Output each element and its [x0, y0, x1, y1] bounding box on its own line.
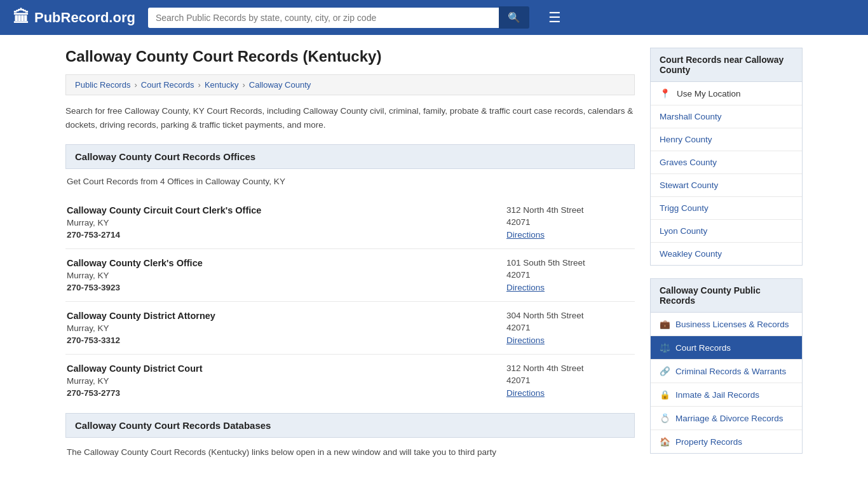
record-label: Marriage & Divorce Records [675, 414, 783, 423]
record-icon: 💼 [660, 319, 670, 329]
office-right: 312 North 4th Street 42071 Directions [506, 363, 634, 398]
sidebar: Court Records near Calloway County 📍 Use… [650, 48, 803, 459]
office-left: Calloway County Circuit Court Clerk's Of… [67, 205, 261, 240]
office-city: Murray, KY [67, 376, 203, 386]
record-label: Inmate & Jail Records [675, 390, 759, 400]
logo[interactable]: 🏛 PubRecord.org [13, 8, 135, 27]
record-icon: 🔗 [660, 366, 670, 376]
record-label: Property Records [675, 437, 742, 447]
public-record-link[interactable]: 💍 Marriage & Divorce Records [651, 407, 802, 430]
use-location-label: Use My Location [677, 89, 741, 98]
public-record-link[interactable]: 🔗 Criminal Records & Warrants [651, 360, 802, 383]
search-button[interactable]: 🔍 [499, 6, 529, 29]
public-record-item[interactable]: 🔗 Criminal Records & Warrants [651, 360, 802, 383]
nearby-title: Court Records near Calloway County [650, 48, 803, 82]
nearby-county-item[interactable]: Marshall County [651, 105, 802, 128]
breadcrumb-calloway-county[interactable]: Calloway County [249, 80, 311, 90]
office-name: Calloway County Clerk's Office [67, 258, 203, 268]
breadcrumb-kentucky[interactable]: Kentucky [205, 80, 238, 90]
public-record-item[interactable]: 🏠 Property Records [651, 430, 802, 453]
use-location-item[interactable]: 📍 Use My Location [651, 82, 802, 105]
office-city: Murray, KY [67, 218, 261, 227]
public-record-item[interactable]: 💼 Business Licenses & Records [651, 313, 802, 336]
intro-text: Search for free Calloway County, KY Cour… [65, 104, 635, 132]
use-location-link[interactable]: 📍 Use My Location [651, 82, 802, 105]
breadcrumb-sep-1: › [134, 80, 137, 90]
breadcrumb-sep-2: › [198, 80, 201, 90]
nearby-county-item[interactable]: Lyon County [651, 220, 802, 243]
record-icon: 🔒 [660, 390, 670, 400]
nearby-county-item[interactable]: Weakley County [651, 243, 802, 265]
nearby-county-link[interactable]: Graves County [651, 151, 802, 173]
search-input[interactable] [148, 8, 499, 28]
location-pin-icon: 📍 [660, 88, 670, 98]
directions-link[interactable]: Directions [506, 230, 545, 240]
office-left: Calloway County District Court Murray, K… [67, 363, 203, 398]
office-phone: 270-753-3312 [67, 336, 215, 345]
directions-link[interactable]: Directions [506, 283, 545, 292]
office-left: Calloway County Clerk's Office Murray, K… [67, 258, 203, 292]
office-entry: Calloway County District Court Murray, K… [65, 355, 635, 407]
record-icon: ⚖️ [660, 342, 670, 353]
nearby-county-item[interactable]: Graves County [651, 151, 802, 174]
breadcrumb: Public Records › Court Records › Kentuck… [65, 74, 635, 95]
nearby-county-link[interactable]: Weakley County [651, 243, 802, 265]
directions-link[interactable]: Directions [506, 388, 545, 398]
office-address: 101 South 5th Street [506, 258, 634, 268]
offices-section-header: Calloway County Court Records Offices [65, 144, 635, 169]
databases-section-header: Calloway County Court Records Databases [65, 413, 635, 438]
record-label: Court Records [675, 343, 731, 353]
nearby-county-link[interactable]: Marshall County [651, 105, 802, 128]
office-city: Murray, KY [67, 271, 203, 280]
offices-list: Calloway County Circuit Court Clerk's Of… [65, 196, 635, 407]
search-icon: 🔍 [508, 12, 520, 23]
record-label: Business Licenses & Records [675, 320, 789, 329]
nearby-county-link[interactable]: Stewart County [651, 174, 802, 196]
office-entry: Calloway County Clerk's Office Murray, K… [65, 249, 635, 302]
office-name: Calloway County District Attorney [67, 311, 215, 321]
breadcrumb-public-records[interactable]: Public Records [75, 80, 130, 90]
office-address: 312 North 4th Street [506, 205, 634, 215]
public-record-link[interactable]: 💼 Business Licenses & Records [651, 313, 802, 336]
office-right: 312 North 4th Street 42071 Directions [506, 205, 634, 240]
public-record-link[interactable]: ⚖️ Court Records [651, 336, 802, 359]
nearby-county-link[interactable]: Trigg County [651, 197, 802, 219]
logo-text: PubRecord.org [34, 10, 135, 26]
search-area: 🔍 [148, 6, 529, 29]
office-phone: 270-753-2773 [67, 388, 203, 398]
office-zip: 42071 [506, 323, 634, 332]
nearby-county-link[interactable]: Henry County [651, 128, 802, 151]
public-record-link[interactable]: 🏠 Property Records [651, 430, 802, 453]
public-record-link[interactable]: 🔒 Inmate & Jail Records [651, 383, 802, 406]
nearby-counties-list: 📍 Use My Location Marshall CountyHenry C… [650, 82, 803, 266]
public-record-item[interactable]: ⚖️ Court Records [651, 336, 802, 360]
breadcrumb-sep-3: › [242, 80, 245, 90]
public-record-item[interactable]: 🔒 Inmate & Jail Records [651, 383, 802, 407]
office-zip: 42071 [506, 217, 634, 227]
menu-icon: ☰ [548, 10, 561, 25]
office-zip: 42071 [506, 376, 634, 385]
page-title: Calloway County Court Records (Kentucky) [65, 48, 635, 65]
breadcrumb-court-records[interactable]: Court Records [141, 80, 194, 90]
office-phone: 270-753-2714 [67, 230, 261, 240]
nearby-county-item[interactable]: Stewart County [651, 174, 802, 197]
record-label: Criminal Records & Warrants [675, 367, 786, 376]
logo-icon: 🏛 [13, 8, 29, 27]
menu-button[interactable]: ☰ [548, 10, 561, 26]
office-entry: Calloway County District Attorney Murray… [65, 302, 635, 355]
office-name: Calloway County Circuit Court Clerk's Of… [67, 205, 261, 215]
offices-count: Get Court Records from 4 Offices in Call… [65, 177, 635, 186]
nearby-county-item[interactable]: Trigg County [651, 197, 802, 220]
site-header: 🏛 PubRecord.org 🔍 ☰ [0, 0, 868, 35]
directions-link[interactable]: Directions [506, 336, 545, 345]
record-icon: 💍 [660, 413, 670, 423]
office-city: Murray, KY [67, 323, 215, 333]
nearby-county-link[interactable]: Lyon County [651, 220, 802, 242]
nearby-county-item[interactable]: Henry County [651, 128, 802, 151]
public-record-item[interactable]: 💍 Marriage & Divorce Records [651, 407, 802, 430]
office-address: 304 North 5th Street [506, 311, 634, 320]
main-container: Calloway County Court Records (Kentucky)… [53, 35, 815, 472]
public-records-title: Calloway County Public Records [650, 278, 803, 313]
office-address: 312 North 4th Street [506, 363, 634, 373]
office-right: 101 South 5th Street 42071 Directions [506, 258, 634, 292]
